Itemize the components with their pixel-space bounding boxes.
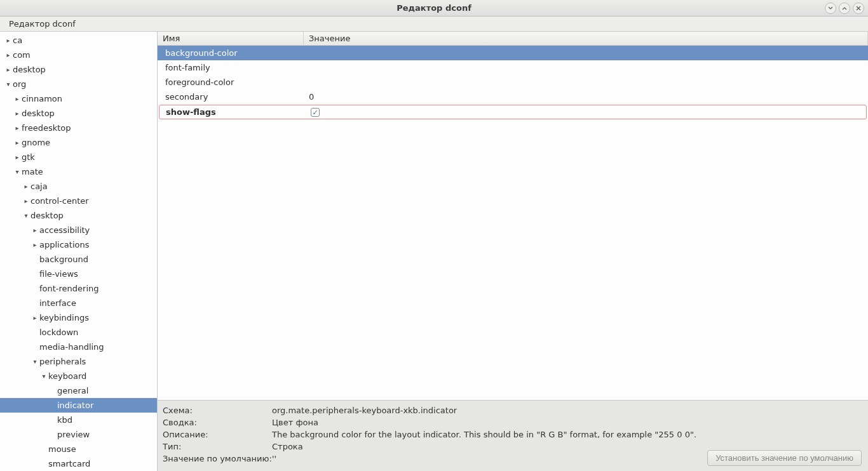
tree-node-peripherals[interactable]: ▾peripherals [0,354,157,369]
tree-node-kbd[interactable]: kbd [0,413,157,427]
tree-label: desktop [31,211,64,220]
titlebar: Редактор dconf [0,0,868,17]
tree-label: applications [39,240,89,249]
key-row-foreground-color[interactable]: foreground-color [158,75,868,90]
summary-label: Сводка: [163,418,272,427]
tree-label: media-handling [39,342,104,352]
tree-node-desktop[interactable]: ▸desktop [0,106,157,121]
expand-right-icon[interactable]: ▸ [13,154,22,161]
tree-node-smartcard[interactable]: smartcard [0,456,157,471]
expand-right-icon[interactable]: ▸ [31,227,39,234]
expand-right-icon[interactable]: ▸ [31,241,39,248]
tree-node-control-center[interactable]: ▸control-center [0,194,157,208]
main-area: ▸ca▸com▸desktop▾org▸cinnamon▸desktop▸fre… [0,32,868,471]
tree-node-gnome[interactable]: ▸gnome [0,135,157,150]
tree-node-lockdown[interactable]: lockdown [0,325,157,340]
tree-label: indicator [57,401,93,410]
tree-node-caja[interactable]: ▸caja [0,179,157,194]
key-name: show-flags [159,107,306,117]
tree-node-mate[interactable]: ▾mate [0,164,157,179]
expand-right-icon[interactable]: ▸ [13,139,22,146]
tree-label: freedesktop [22,123,71,133]
tree-node-indicator[interactable]: indicator [0,398,157,413]
tree-sidebar[interactable]: ▸ca▸com▸desktop▾org▸cinnamon▸desktop▸fre… [0,32,158,471]
tree-node-desktop[interactable]: ▸desktop [0,62,157,77]
content-pane: Имя Значение background-colorfont-family… [158,32,868,471]
expand-right-icon[interactable]: ▸ [31,314,39,321]
tree-node-gtk[interactable]: ▸gtk [0,150,157,164]
tree-label: org [13,79,26,89]
expand-down-icon[interactable]: ▾ [22,212,31,219]
schema-value: org.mate.peripherals-keyboard-xkb.indica… [272,406,863,415]
column-value[interactable]: Значение [304,32,868,45]
key-list[interactable]: background-colorfont-familyforeground-co… [158,46,868,400]
tree-node-file-views[interactable]: file-views [0,267,157,281]
tree-node-keybindings[interactable]: ▸keybindings [0,310,157,325]
key-value[interactable]: ✓ [306,107,866,117]
default-label: Значение по умолчанию: [163,454,272,463]
expand-right-icon[interactable]: ▸ [13,124,22,131]
expand-right-icon[interactable]: ▸ [4,66,13,73]
tree-node-general[interactable]: general [0,383,157,398]
tree-node-ca[interactable]: ▸ca [0,33,157,48]
expand-down-icon[interactable]: ▾ [39,373,48,380]
key-row-font-family[interactable]: font-family [158,60,868,75]
tree-label: peripherals [39,357,86,366]
key-name: background-color [158,48,304,58]
tree-label: gnome [22,138,50,147]
tree-label: keyboard [48,371,86,381]
tree-node-media-handling[interactable]: media-handling [0,340,157,354]
tree-label: cinnamon [22,94,62,103]
tree-node-mouse[interactable]: mouse [0,442,157,456]
tree-label: desktop [22,109,55,118]
tree-label: keybindings [39,313,89,322]
tree-label: lockdown [39,328,78,337]
tree-node-cinnamon[interactable]: ▸cinnamon [0,91,157,106]
description-value: The background color for the layout indi… [272,430,863,439]
tree-node-freedesktop[interactable]: ▸freedesktop [0,121,157,135]
key-row-secondary[interactable]: secondary0 [158,90,868,104]
expand-right-icon[interactable]: ▸ [13,110,22,117]
expand-down-icon[interactable]: ▾ [13,168,22,175]
tree-node-com[interactable]: ▸com [0,48,157,62]
window-title: Редактор dconf [397,3,471,13]
tree-node-applications[interactable]: ▸applications [0,237,157,252]
menu-app[interactable]: Редактор dconf [4,18,81,30]
key-row-show-flags[interactable]: show-flags✓ [159,105,867,119]
maximize-button[interactable] [839,3,850,14]
tree-label: font-rendering [39,284,99,293]
key-name: secondary [158,92,304,102]
key-row-background-color[interactable]: background-color [158,46,868,60]
set-default-button[interactable]: Установить значение по умолчанию [707,450,862,466]
key-value[interactable]: 0 [304,92,868,102]
tree-label: kbd [57,415,72,425]
schema-label: Схема: [163,406,272,415]
expand-right-icon[interactable]: ▸ [22,183,31,190]
minimize-button[interactable] [825,3,836,14]
expand-right-icon[interactable]: ▸ [13,95,22,102]
tree-node-preview[interactable]: preview [0,427,157,442]
tree-label: general [57,386,88,395]
tree-node-desktop[interactable]: ▾desktop [0,208,157,223]
tree-node-keyboard[interactable]: ▾keyboard [0,369,157,383]
description-label: Описание: [163,430,272,439]
tree-node-accessibility[interactable]: ▸accessibility [0,223,157,237]
expand-right-icon[interactable]: ▸ [4,51,13,58]
expand-right-icon[interactable]: ▸ [4,37,13,44]
tree-label: gtk [22,152,35,162]
expand-right-icon[interactable]: ▸ [22,197,31,204]
summary-value: Цвет фона [272,418,863,427]
column-name[interactable]: Имя [158,32,304,45]
tree-node-org[interactable]: ▾org [0,77,157,91]
tree-label: smartcard [48,459,90,468]
type-label: Тип: [163,442,272,451]
tree-node-background[interactable]: background [0,252,157,267]
tree-node-interface[interactable]: interface [0,296,157,310]
tree-label: control-center [31,196,89,206]
details-pane: Схема: org.mate.peripherals-keyboard-xkb… [158,400,868,471]
expand-down-icon[interactable]: ▾ [4,81,13,88]
expand-down-icon[interactable]: ▾ [31,358,39,365]
close-button[interactable] [853,3,864,14]
checkbox-icon[interactable]: ✓ [311,108,320,117]
tree-node-font-rendering[interactable]: font-rendering [0,281,157,296]
